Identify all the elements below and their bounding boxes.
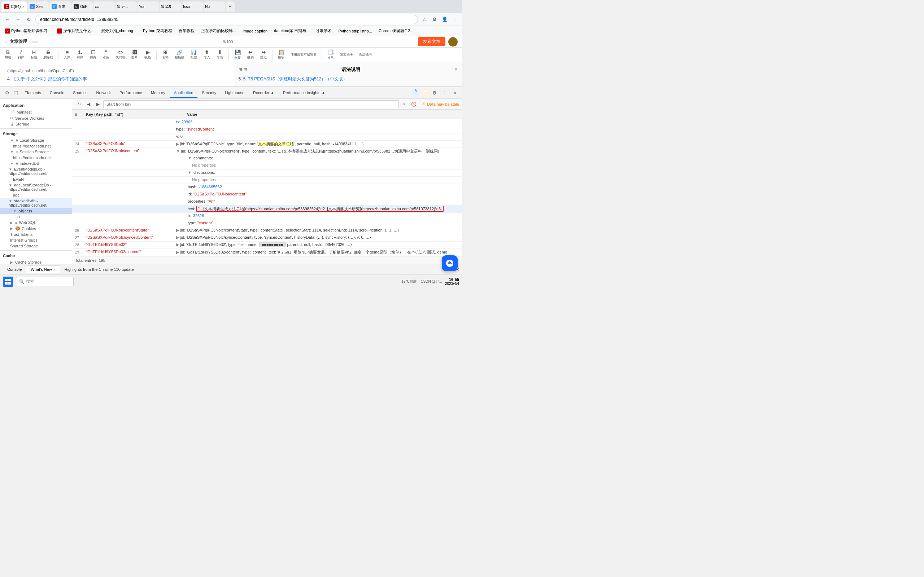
tab-close-icon[interactable]: ×: [23, 5, 24, 9]
sidebar-session-storage-csdn[interactable]: https://editor.csdn.net: [0, 155, 72, 161]
tool-save[interactable]: 💾保存: [233, 49, 242, 61]
sidebar-cookies[interactable]: ▶ 🍪 Cookies: [0, 226, 72, 232]
tool-italic[interactable]: I斜体: [16, 49, 26, 61]
sidebar-trust-tokens[interactable]: Trust Tokens: [0, 232, 72, 237]
tool-table[interactable]: ⊞表格: [160, 49, 170, 61]
key-search-input[interactable]: [103, 100, 399, 108]
publish-button[interactable]: 发布文章: [418, 37, 446, 46]
whatsnew-tab-bottom[interactable]: What's New ×: [26, 266, 60, 273]
back-button[interactable]: ←: [3, 15, 11, 24]
tab-recorder[interactable]: Recorder ▲: [249, 89, 279, 98]
devtools-more-icon[interactable]: ⋮: [440, 89, 449, 97]
bookmark-caption[interactable]: image caption: [241, 28, 270, 34]
menu-icon[interactable]: ⋮: [451, 15, 459, 24]
tab-other-8[interactable]: Issu: [181, 2, 203, 11]
reload-button[interactable]: ↻: [24, 15, 33, 24]
console-tab-bottom[interactable]: Console: [3, 266, 26, 273]
tab-perf-insights[interactable]: Performance insights ▲: [279, 89, 330, 98]
bookmark-icon[interactable]: ☆: [420, 15, 429, 24]
tab-other-1[interactable]: S Sea: [27, 2, 49, 11]
table-row-28[interactable]: 28 "GdTEt1bH9YS6De32" ▶{id: 'GdTEt1bH9YS…: [72, 242, 462, 249]
table-row-comments[interactable]: ▼ comments:: [72, 155, 462, 162]
sidebar-service-workers[interactable]: ⚙ Service Workers: [0, 115, 72, 121]
table-row-text[interactable]: text: '1. [文本摘要生成方法总结](https://zhuanlan.…: [72, 206, 462, 213]
bookmark-compare[interactable]: 正在学习的比较详...: [199, 27, 238, 34]
sidebar-shared-storage[interactable]: Shared Storage: [0, 243, 72, 249]
table-row[interactable]: type: "syncedContent": [72, 126, 462, 134]
sidebar-local-storage[interactable]: ▼ ≡ Local Storage: [0, 137, 72, 143]
tool-redo[interactable]: ↪重做: [258, 49, 268, 61]
table-row-25[interactable]: 25 "D2SaSXPqiFOJNoIc/content" ▼{id: 'D2S…: [72, 148, 462, 155]
bookmark-runoob[interactable]: Python 菜鸟教程: [141, 27, 174, 34]
refresh-db-button[interactable]: ↻: [75, 100, 83, 108]
devtools-gear-icon[interactable]: ⚙: [430, 89, 439, 97]
tool-export[interactable]: ⬇导出: [215, 49, 225, 61]
clear-search-button[interactable]: ×: [400, 100, 408, 108]
tab-sources[interactable]: Sources: [69, 89, 92, 98]
tab-other-5[interactable]: 知 开...: [115, 2, 137, 11]
tab-other-2[interactable]: 百 百度: [50, 2, 71, 11]
table-row-properties[interactable]: properties: "\\n": [72, 198, 462, 206]
bookmark-hunfen[interactable]: 混分力扣_chutong...: [99, 27, 139, 34]
tool-grammar[interactable]: 语法说明: [357, 52, 373, 58]
table-row-tx[interactable]: tx: 32526: [72, 213, 462, 220]
tool-heading[interactable]: H标题: [29, 49, 39, 61]
bookmark-os[interactable]: 操作系统是什么...: [55, 27, 96, 34]
tool-toc[interactable]: 📑目录: [326, 49, 336, 61]
table-row-no-props-1[interactable]: No properties: [72, 162, 462, 169]
tab-other-3[interactable]: G GitH: [71, 2, 93, 11]
table-row[interactable]: v: 0: [72, 134, 462, 141]
delete-button[interactable]: 🚫: [410, 100, 418, 108]
prev-db-button[interactable]: ◀: [84, 100, 92, 108]
devtools-settings-icon[interactable]: ⚙: [3, 89, 11, 97]
tool-video[interactable]: ▶视频: [142, 49, 153, 61]
devtools-inspect-icon[interactable]: ⬚: [11, 89, 20, 97]
tool-ordered[interactable]: 1.有序: [75, 49, 85, 61]
sidebar-web-sql[interactable]: ▶ ≡ Web SQL: [0, 220, 72, 226]
tab-other-4[interactable]: xcf: [94, 2, 115, 11]
tool-pending[interactable]: ☐待办: [88, 49, 98, 61]
table-row-24[interactable]: 24 "D2SaSXPqiFOJNoIc" ▶{id: 'D2SaSXPqiFO…: [72, 141, 462, 148]
tab-application[interactable]: Application: [170, 89, 198, 98]
profile-icon[interactable]: 👤: [440, 15, 449, 24]
tab-other-7[interactable]: 知(23): [160, 2, 181, 11]
sidebar-manifest[interactable]: 📄 Manifest: [0, 109, 72, 115]
tab-security[interactable]: Security: [197, 89, 221, 98]
tab-elements[interactable]: Elements: [20, 89, 45, 98]
table-row-id[interactable]: id: "D2SaSXPqiFOJNoIc/content": [72, 191, 462, 198]
sidebar-indexeddb[interactable]: ▼ ≡ IndexedDB: [0, 161, 72, 166]
tool-publish-helper[interactable]: 发文助手: [339, 52, 354, 58]
tab-new[interactable]: +: [226, 2, 234, 11]
taskbar-search[interactable]: 🔍 搜索: [16, 277, 74, 286]
sidebar-stackedit-db[interactable]: ▼ stackedit-db - https://editor.csdn.net…: [0, 198, 72, 208]
user-avatar[interactable]: [448, 37, 458, 47]
sidebar-cache-storage[interactable]: ▶ Cache Storage: [0, 259, 72, 264]
bookmark-datetime[interactable]: datetime库 日期与...: [272, 27, 312, 34]
sidebar-agc[interactable]: agc: [0, 192, 72, 198]
table-row-no-props-2[interactable]: No properties: [72, 177, 462, 184]
tab-lighthouse[interactable]: Lighthouse: [221, 89, 249, 98]
bookmark-scholar[interactable]: 谷歌学术: [313, 27, 334, 34]
sidebar-agclocal-db[interactable]: ▼ agcLocalStorageDb - https://editor.csd…: [0, 182, 72, 192]
table-row[interactable]: tx: 29966: [72, 119, 462, 126]
address-bar[interactable]: [36, 15, 418, 24]
tool-import[interactable]: ⬆导入: [202, 49, 212, 61]
sidebar-tx[interactable]: tx: [0, 214, 72, 220]
sidebar-storage-overview[interactable]: 🗄 Storage: [0, 121, 72, 127]
bookmark-self[interactable]: 自学教程: [176, 27, 197, 34]
tab-performance[interactable]: Performance: [115, 89, 147, 98]
tool-unordered[interactable]: ≡无序: [62, 49, 72, 61]
link-chinese-word[interactable]: 【关于 中文分词】那些的你不知道的事: [12, 76, 87, 82]
table-row-26[interactable]: 26 "D2SaSXPqiFOJNoIc/contentState" ▶{id:…: [72, 227, 462, 234]
table-row-discussions[interactable]: ▼ discussions:: [72, 169, 462, 177]
tool-link[interactable]: 🔗超链接: [173, 49, 186, 61]
forward-button[interactable]: →: [14, 15, 23, 24]
bookmark-chrome-f12[interactable]: Chrome浏览器f12...: [376, 27, 416, 34]
feishu-icon[interactable]: [442, 255, 458, 271]
tool-image[interactable]: 🖼图片: [129, 49, 140, 61]
sidebar-interest-groups[interactable]: Interest Groups: [0, 237, 72, 243]
whatsnew-close-icon[interactable]: ×: [53, 268, 56, 272]
tool-undo[interactable]: ↩撤销: [246, 49, 255, 61]
table-row-type[interactable]: type: "content": [72, 220, 462, 227]
back-arrow[interactable]: ←: [4, 40, 8, 44]
